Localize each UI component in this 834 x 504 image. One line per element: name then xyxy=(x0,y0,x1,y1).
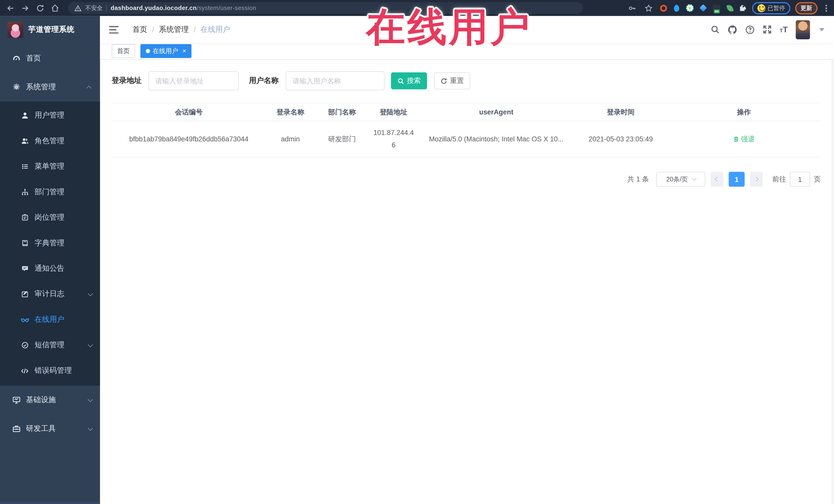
url-host: dashboard.yudao.iocoder.cn xyxy=(111,5,197,11)
not-secure-label[interactable]: 不安全 xyxy=(85,4,103,12)
sidebar-item-dict-management[interactable]: 字典管理 xyxy=(0,230,100,256)
extension-green-circle-icon[interactable]: V xyxy=(686,4,694,12)
extension-ubuntu-icon[interactable] xyxy=(659,4,667,12)
sidebar-item-label: 系统管理 xyxy=(26,82,56,92)
navbar-right: TT xyxy=(710,20,825,39)
reset-button[interactable]: 重置 xyxy=(434,72,470,89)
col-header-session-id: 会话编号 xyxy=(112,103,266,122)
home-icon[interactable] xyxy=(49,2,61,14)
goggles-icon xyxy=(20,315,29,324)
search-icon[interactable] xyxy=(710,25,720,34)
search-button[interactable]: 搜索 xyxy=(391,72,427,89)
url-text[interactable]: dashboard.yudao.iocoder.cn/system/user-s… xyxy=(111,5,256,11)
page-unit-label: 页 xyxy=(814,175,821,184)
login-address-label: 登录地址 xyxy=(112,76,141,85)
sidebar-item-notice[interactable]: 通知公告 xyxy=(0,256,100,281)
chevron-down-icon xyxy=(88,291,93,296)
cell-login-time: 2021-05-03 23:05:49 xyxy=(575,122,667,158)
goto-page-input[interactable] xyxy=(790,172,810,187)
search-button-label: 搜索 xyxy=(407,76,421,85)
sidebar-item-role-management[interactable]: 角色管理 xyxy=(0,128,100,154)
username-label: 用户名称 xyxy=(249,76,279,85)
browser-menu-icon[interactable] xyxy=(822,5,830,12)
message-icon xyxy=(20,265,29,272)
next-page-button[interactable] xyxy=(750,172,763,187)
breadcrumb-system[interactable]: 系统管理 xyxy=(159,25,189,34)
sidebar-item-menu-management[interactable]: 菜单管理 xyxy=(0,154,100,179)
breadcrumb: 首页 / 系统管理 / 在线用户 xyxy=(132,25,230,34)
address-bar[interactable]: 不安全 dashboard.yudao.iocoder.cn/system/us… xyxy=(68,2,583,14)
extensions-puzzle-icon[interactable] xyxy=(739,4,747,12)
key-icon[interactable] xyxy=(626,2,638,14)
breadcrumb-home[interactable]: 首页 xyxy=(132,25,147,34)
forward-icon[interactable] xyxy=(19,2,31,14)
app-logo[interactable]: 芋道管理系统 xyxy=(0,16,100,43)
extension-leaf-icon[interactable] xyxy=(725,4,734,12)
system-submenu: 用户管理 角色管理 菜单管理 xyxy=(0,102,100,386)
users-icon xyxy=(20,137,29,145)
sidebar-item-label: 部门管理 xyxy=(35,187,64,197)
github-icon[interactable] xyxy=(727,25,737,34)
sidebar-item-label: 研发工具 xyxy=(26,424,56,434)
sidebar-item-post-management[interactable]: 岗位管理 xyxy=(0,205,100,230)
dashboard-icon xyxy=(12,54,21,63)
fullscreen-icon[interactable] xyxy=(763,25,772,34)
sidebar-item-label: 审计日志 xyxy=(35,289,64,299)
toolbox-icon xyxy=(12,424,21,433)
col-header-ip: 登陆地址 xyxy=(369,103,418,122)
cell-ip: 101.87.244.46 xyxy=(369,122,418,158)
chevron-down-icon xyxy=(88,425,93,431)
chevron-left-icon xyxy=(715,177,719,182)
sidebar-item-infrastructure[interactable]: 基础设施 xyxy=(0,386,100,414)
prev-page-button[interactable] xyxy=(710,172,723,187)
help-icon[interactable] xyxy=(745,25,754,34)
sidebar-item-dev-tools[interactable]: 研发工具 xyxy=(0,414,100,443)
extension-translate-icon[interactable]: en xyxy=(712,4,721,12)
chevron-right-icon xyxy=(754,177,759,182)
tag-home[interactable]: 首页 xyxy=(112,44,135,58)
app-title: 芋道管理系统 xyxy=(28,25,74,34)
sidebar-item-home[interactable]: 首页 xyxy=(0,44,100,73)
close-icon[interactable]: × xyxy=(182,48,186,54)
force-logout-button[interactable]: 强退 xyxy=(733,134,755,144)
sidebar: 芋道管理系统 首页 系统管理 xyxy=(0,16,100,504)
bookmark-star-icon[interactable] xyxy=(642,2,654,14)
page-size-value: 20条/页 xyxy=(666,175,688,184)
profile-paused-chip[interactable]: 已暂停 xyxy=(752,2,790,14)
login-address-input[interactable] xyxy=(148,71,239,91)
avatar-caret-icon[interactable] xyxy=(819,28,825,31)
sidebar-item-dept-management[interactable]: 部门管理 xyxy=(0,179,100,204)
user-avatar[interactable] xyxy=(796,20,810,39)
sidebar-item-online-users[interactable]: 在线用户 xyxy=(0,307,100,332)
page-number-current[interactable]: 1 xyxy=(729,172,745,187)
sidebar-item-sms-management[interactable]: 短信管理 xyxy=(0,332,100,358)
goto-page: 前往 页 xyxy=(772,172,821,187)
back-icon[interactable] xyxy=(4,2,16,14)
sidebar-item-error-code[interactable]: 错误码管理 xyxy=(0,358,100,384)
username-input[interactable] xyxy=(286,71,385,91)
reload-icon[interactable] xyxy=(34,2,46,14)
extension-drop-icon[interactable] xyxy=(672,4,681,12)
sidebar-item-user-management[interactable]: 用户管理 xyxy=(0,103,100,128)
org-tree-icon xyxy=(20,188,29,196)
chevron-down-icon xyxy=(88,396,93,402)
toolbar-right: V en 已暂停 更新 xyxy=(626,2,830,14)
sidebar-item-audit-log[interactable]: 审计日志 xyxy=(0,281,100,307)
sidebar-item-label: 字典管理 xyxy=(35,238,64,248)
tag-online-users[interactable]: 在线用户 × xyxy=(140,44,192,58)
sidebar-item-system-management[interactable]: 系统管理 xyxy=(0,73,100,102)
breadcrumb-separator: / xyxy=(194,25,196,34)
hamburger-icon[interactable] xyxy=(109,26,118,34)
window-scrollbar[interactable] xyxy=(831,16,834,504)
col-header-actions: 操作 xyxy=(667,103,821,122)
screen: 不安全 dashboard.yudao.iocoder.cn/system/us… xyxy=(0,0,834,504)
navbar: 首页 / 系统管理 / 在线用户 xyxy=(100,16,834,43)
text-size-icon[interactable]: TT xyxy=(780,25,788,34)
chevron-down-icon xyxy=(692,176,697,181)
page-size-select[interactable]: 20条/页 xyxy=(656,172,705,187)
extension-gem-icon[interactable] xyxy=(699,4,707,12)
tag-label: 在线用户 xyxy=(153,46,178,56)
edit-log-icon xyxy=(20,290,29,298)
chevron-up-icon xyxy=(86,85,92,91)
chrome-update-button[interactable]: 更新 xyxy=(795,2,817,14)
